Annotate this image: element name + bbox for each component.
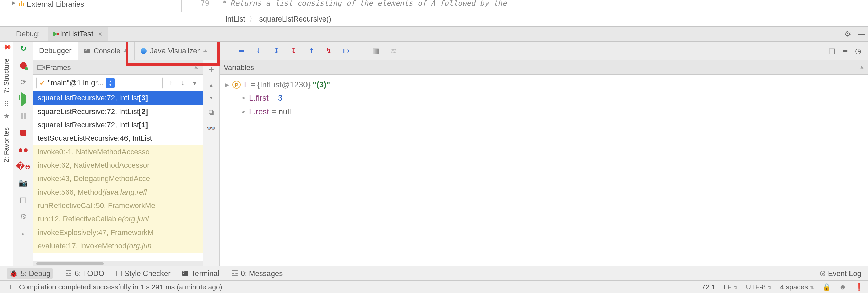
indent-selector[interactable]: 4 spaces ⇅ <box>780 283 814 291</box>
add-watch-button[interactable]: ＋ <box>207 63 216 75</box>
terminal-toolwindow-button[interactable]: Terminal <box>182 269 219 278</box>
console-icon <box>84 49 90 53</box>
view-breakpoints-button[interactable]: ●● <box>18 145 29 154</box>
structure-toolwindow-button[interactable]: 7: Structure <box>3 59 10 93</box>
memory-indicator-icon[interactable]: ☻ <box>839 283 846 291</box>
frame-item[interactable]: squareListRecursive:72, IntList [3] <box>33 91 203 105</box>
pin-icon[interactable]: 📌 <box>1 42 12 53</box>
frame-item[interactable]: invoke:43, DelegatingMethodAcce <box>33 172 203 185</box>
drop-frame-button[interactable]: ↯ <box>324 46 333 56</box>
frame-item[interactable]: invoke0:-1, NativeMethodAccesso <box>33 145 203 158</box>
terminal-icon <box>182 271 188 276</box>
editor-comment-text: * Returns a list consisting of the eleme… <box>221 0 507 7</box>
alert-icon[interactable]: ❗ <box>855 283 863 291</box>
variables-tree[interactable]: ▶ P L = {IntList@1230} "(3)" ⚭ L.first =… <box>220 75 868 266</box>
next-frame-button[interactable]: ↓ <box>178 79 187 87</box>
threads-icon[interactable]: ≣ <box>842 47 848 56</box>
debug-toolwindow-button[interactable]: 🐞 5: Debug <box>7 268 53 279</box>
bookmark-icon: ⠿ <box>4 101 9 109</box>
lock-icon[interactable]: 🔒 <box>822 283 831 291</box>
breadcrumb-class[interactable]: IntList <box>225 15 245 24</box>
step-out-button[interactable]: ↥ <box>307 46 316 56</box>
project-tree-node[interactable]: External Libraries <box>27 0 84 9</box>
frame-item[interactable]: invoke:566, Method (java.lang.refl <box>33 185 203 199</box>
style-checker-toolwindow-button[interactable]: Style Checker <box>116 269 170 278</box>
expand-icon[interactable]: ▶ <box>225 82 229 88</box>
check-icon: ✔ <box>39 79 45 87</box>
camera-icon[interactable]: 📷 <box>18 178 29 188</box>
frames-list[interactable]: squareListRecursive:72, IntList [3] squa… <box>33 91 203 261</box>
debugger-tab[interactable]: Debugger <box>33 42 78 61</box>
variable-row[interactable]: ⚭ L.first = 3 <box>225 91 863 105</box>
frames-icon <box>37 65 43 70</box>
glasses-icon[interactable]: 👓 <box>207 124 216 133</box>
frame-item[interactable]: squareListRecursive:72, IntList [2] <box>33 105 203 118</box>
copy-icon[interactable]: ⧉ <box>209 108 214 117</box>
step-over-button[interactable]: ⤓ <box>254 46 264 56</box>
frame-item[interactable]: invokeExplosively:47, FrameworkM <box>33 226 203 239</box>
show-execution-point-button[interactable]: ≣ <box>237 46 246 56</box>
event-log-toolwindow-button[interactable]: Event Log <box>820 269 861 278</box>
caret-position[interactable]: 72:1 <box>702 283 715 291</box>
dropdown-caret-icon[interactable]: ▲▼ <box>106 78 115 88</box>
pin-icon[interactable]: ➤ <box>193 64 200 71</box>
frame-item[interactable]: runReflectiveCall:50, FrameworkMe <box>33 199 203 212</box>
java-visualizer-icon <box>141 48 147 54</box>
field-link-icon: ⚭ <box>241 95 246 102</box>
thread-selector-label: "main"@1 in gr... <box>48 79 103 87</box>
minimize-icon[interactable]: — <box>855 30 868 38</box>
toggle-breakpoint-button[interactable] <box>18 61 29 71</box>
divider <box>361 46 361 56</box>
stop-button[interactable] <box>18 128 29 138</box>
line-ending-selector[interactable]: LF ⇅ <box>723 283 738 291</box>
console-tab[interactable]: Console ➤ <box>78 42 135 60</box>
frame-item[interactable]: testSquareListRecursive:46, IntList <box>33 132 203 145</box>
tree-expander-icon[interactable]: ▶ <box>12 0 16 5</box>
favorites-toolwindow-button[interactable]: 2: Favorites <box>3 127 10 162</box>
todo-toolwindow-button[interactable]: ☲ 6: TODO <box>65 269 104 278</box>
trace-current-stream-button: ≋ <box>389 46 398 56</box>
variable-row[interactable]: ▶ P L = {IntList@1230} "(3)" <box>225 78 863 91</box>
gutter-line-number: 79 <box>182 0 215 7</box>
gear-icon[interactable]: ⚙ <box>841 30 855 38</box>
horizontal-scrollbar[interactable] <box>33 261 203 266</box>
event-log-icon <box>820 271 825 276</box>
layout-icon[interactable]: ▤ <box>18 195 29 205</box>
frame-item[interactable]: invoke:62, NativeMethodAccessor <box>33 158 203 172</box>
step-into-button[interactable]: ↧ <box>272 46 281 56</box>
pin-icon[interactable]: ➤ <box>122 47 129 55</box>
run-debug-icon <box>54 32 57 36</box>
frame-item[interactable]: run:12, ReflectiveCallable (org.juni <box>33 212 203 226</box>
move-up-icon: ▲ <box>209 82 214 88</box>
gauge-icon[interactable]: ◷ <box>855 47 861 56</box>
rerun-button[interactable]: ↻ <box>18 44 29 54</box>
pin-icon[interactable]: ➤ <box>858 64 865 71</box>
status-message: Compilation completed successfully in 1 … <box>19 283 222 291</box>
messages-toolwindow-button[interactable]: ☲ 0: Messages <box>231 269 283 278</box>
evaluate-expression-button[interactable]: ▦ <box>371 46 381 56</box>
statusbar-icon[interactable] <box>5 285 11 289</box>
breadcrumb-method[interactable]: squareListRecursive() <box>259 15 331 24</box>
favorites-star-icon: ★ <box>4 112 10 120</box>
filter-icon[interactable]: ▾ <box>190 79 199 87</box>
pin-icon[interactable]: ➤ <box>202 47 209 55</box>
force-step-into-button[interactable]: ↧ <box>289 46 299 56</box>
mute-breakpoints-button[interactable]: �ө <box>18 161 29 171</box>
encoding-selector[interactable]: UTF-8 ⇅ <box>746 283 772 291</box>
java-visualizer-tab[interactable]: Java Visualizer ➤ <box>134 42 214 60</box>
debug-run-tab[interactable]: IntListTest ✕ <box>48 27 108 41</box>
variable-row[interactable]: ⚭ L.rest = null <box>225 105 863 118</box>
close-icon[interactable]: ✕ <box>98 31 102 37</box>
messages-icon: ☲ <box>231 269 238 278</box>
debug-toolwindow-label: Debug: <box>0 30 48 38</box>
settings-icon[interactable]: ⚙ <box>18 212 29 222</box>
frame-item[interactable]: evaluate:17, InvokeMethod (org.jun <box>33 239 203 253</box>
resume-button[interactable] <box>18 94 29 104</box>
pause-button[interactable] <box>18 111 29 121</box>
layout-settings-icon[interactable]: ▤ <box>828 47 835 56</box>
run-to-cursor-button[interactable]: ↦ <box>341 46 351 56</box>
thread-selector[interactable]: ✔ "main"@1 in gr... ▲▼ <box>36 77 163 89</box>
chevron-double-down-icon[interactable]: » <box>18 228 29 239</box>
update-app-button[interactable]: ⟳ <box>18 77 29 87</box>
frame-item[interactable]: squareListRecursive:72, IntList [1] <box>33 118 203 132</box>
